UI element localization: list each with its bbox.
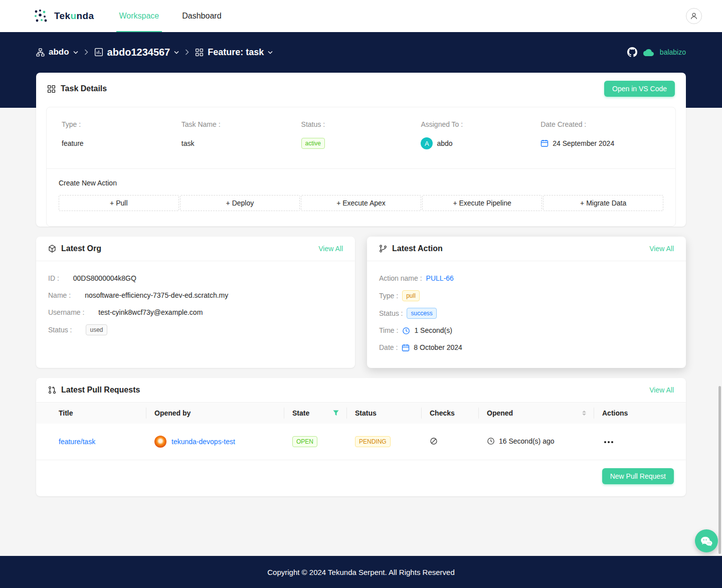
pr-author-link[interactable]: tekunda-devops-test [171, 438, 235, 446]
pull-request-row: feature/task tekunda-devops-test OPEN PE… [36, 424, 686, 460]
field-task-name: Task Name : task [182, 120, 301, 149]
calendar-icon [540, 139, 549, 147]
task-details-title: Task Details [61, 84, 107, 93]
latest-action-body: Action name : PULL-66 Type : pull Status… [367, 261, 686, 368]
calendar-icon [402, 344, 410, 352]
execute-apex-action-button[interactable]: + Execute Apex [301, 195, 421, 211]
pr-author-avatar [154, 436, 166, 448]
chevron-down-icon [174, 51, 179, 54]
latest-pull-requests-card: Latest Pull Requests View All Title Open… [36, 378, 686, 496]
column-checks: Checks [422, 403, 479, 424]
org-username-row: Username : test-cyink8wcf73y@example.com [48, 307, 343, 318]
org-status-badge: used [86, 324, 107, 335]
pr-status-badge: PENDING [355, 436, 391, 447]
pull-requests-header: Latest Pull Requests View All [36, 378, 686, 403]
org-status-row: Status : used [48, 324, 343, 335]
action-date-row: Date : 8 October 2024 [379, 342, 674, 353]
top-navbar: Tekunda Workspace Dashboard [0, 0, 722, 32]
column-opened-by: Opened by [146, 403, 284, 424]
action-view-all-link[interactable]: View All [649, 245, 674, 253]
execute-pipeline-action-button[interactable]: + Execute Pipeline [422, 195, 543, 211]
clock-icon [402, 327, 410, 335]
nav-tab-workspace[interactable]: Workspace [119, 0, 159, 32]
task-status-badge: active [301, 138, 325, 149]
action-name-row: Action name : PULL-66 [379, 273, 674, 284]
action-name-link[interactable]: PULL-66 [426, 273, 454, 284]
org-username-value: test-cyink8wcf73y@example.com [98, 307, 203, 318]
action-date-value: 8 October 2024 [414, 342, 462, 353]
row-actions-button[interactable] [602, 437, 615, 447]
chevron-down-icon [73, 51, 78, 54]
org-name-row: Name : nosoftware-efficiency-7375-dev-ed… [48, 290, 343, 301]
pull-requests-title: Latest Pull Requests [61, 385, 140, 395]
pr-view-all-link[interactable]: View All [649, 386, 674, 394]
grid-icon [47, 85, 56, 93]
migrate-data-action-button[interactable]: + Migrate Data [543, 195, 663, 211]
new-pull-request-button[interactable]: New Pull Request [602, 468, 674, 484]
action-time-value: 1 Second(s) [414, 325, 452, 336]
chat-fab-button[interactable] [695, 529, 718, 552]
no-checks-icon [430, 437, 438, 445]
nav-tab-dashboard[interactable]: Dashboard [182, 0, 221, 32]
pull-requests-table: Title Opened by State Status Checks [36, 403, 686, 460]
create-new-action-label: Create New Action [59, 179, 663, 187]
scrollbar[interactable] [718, 386, 721, 554]
org-tree-icon [36, 48, 45, 57]
page: Tekunda Workspace Dashboard abdo [0, 0, 722, 588]
github-icon[interactable] [627, 47, 637, 57]
action-buttons-row: + Pull + Deploy + Execute Apex + Execute… [59, 195, 663, 211]
action-status-row: Status : success [379, 308, 674, 319]
column-title: Title [36, 403, 146, 424]
column-state: State [284, 403, 347, 424]
chevron-down-icon [268, 51, 273, 54]
brand-logo[interactable]: Tekunda [33, 9, 94, 24]
git-branch-icon [379, 245, 387, 253]
breadcrumb-feature[interactable]: Feature: task [195, 47, 273, 58]
pull-action-button[interactable]: + Pull [59, 195, 179, 211]
pr-opened-value: 16 Second(s) ago [499, 437, 555, 445]
org-view-all-link[interactable]: View All [318, 245, 343, 253]
deploy-action-button[interactable]: + Deploy [180, 195, 300, 211]
open-in-vscode-button[interactable]: Open in VS Code [604, 81, 675, 97]
chat-bubbles-icon [700, 535, 713, 546]
column-actions: Actions [594, 403, 686, 424]
column-status: Status [347, 403, 422, 424]
breadcrumb-right: balabizo [627, 47, 686, 57]
field-status: Status : active [301, 120, 421, 149]
main-content: Task Details Open in VS Code Type : feat… [0, 73, 722, 523]
task-fields: Type : feature Task Name : task Status :… [47, 107, 675, 168]
middle-cards-row: Latest Org View All ID : 00DS8000004k8GQ… [36, 237, 686, 368]
navbar-right [686, 8, 702, 24]
user-avatar-button[interactable] [686, 8, 702, 24]
copyright-text: Copyright © 2024 Tekunda Serpent. All Ri… [267, 568, 455, 576]
clock-icon [487, 437, 495, 445]
task-details-header: Task Details Open in VS Code [36, 73, 686, 105]
task-summary-panel: Type : feature Task Name : task Status :… [46, 107, 676, 227]
filter-icon[interactable] [333, 410, 339, 416]
latest-action-header: Latest Action View All [367, 237, 686, 261]
pr-title-link[interactable]: feature/task [59, 438, 95, 446]
create-new-action-section: Create New Action + Pull + Deploy + Exec… [47, 168, 675, 226]
breadcrumb-username[interactable]: balabizo [660, 48, 686, 56]
column-opened: Opened [479, 403, 594, 424]
assignee-name: abdo [437, 139, 452, 147]
latest-action-card: Latest Action View All Action name : PUL… [367, 237, 686, 368]
field-type: Type : feature [62, 120, 182, 149]
sort-control[interactable] [582, 411, 586, 416]
latest-org-body: ID : 00DS8000004k8GQ Name : nosoftware-e… [36, 261, 355, 350]
logo-dots-icon [33, 9, 50, 24]
breadcrumb: abdo abdo1234567 Featur [36, 40, 686, 64]
action-type-row: Type : pull [379, 290, 674, 301]
box-icon [48, 245, 56, 253]
breadcrumb-project[interactable]: abdo1234567 [94, 47, 179, 58]
action-status-badge: success [407, 308, 436, 319]
breadcrumb-org[interactable]: abdo [36, 47, 78, 57]
cloud-icon [643, 49, 654, 56]
primary-nav: Workspace Dashboard [119, 0, 222, 32]
grid-icon [195, 48, 204, 57]
field-date-created: Date Created : 24 September 2024 [540, 120, 660, 149]
task-details-card: Task Details Open in VS Code Type : feat… [36, 73, 686, 227]
project-board-icon [94, 48, 103, 57]
action-type-badge: pull [402, 290, 420, 301]
pr-state-badge: OPEN [292, 436, 317, 447]
